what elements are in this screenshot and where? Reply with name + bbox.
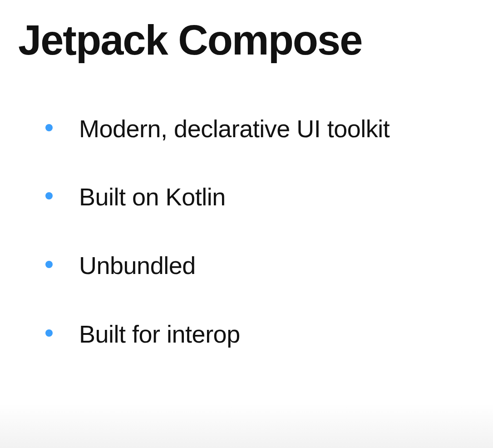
bullet-text: Built on Kotlin (79, 180, 226, 214)
bullet-icon (45, 124, 53, 131)
list-item: Built on Kotlin (45, 180, 475, 214)
bullet-text: Modern, declarative UI toolkit (79, 112, 389, 145)
bullet-text: Built for interop (79, 318, 240, 351)
bullet-icon (45, 329, 53, 337)
bullet-icon (45, 192, 53, 199)
bullet-list: Modern, declarative UI toolkit Built on … (18, 112, 475, 351)
bullet-text: Unbundled (79, 249, 196, 282)
list-item: Unbundled (45, 249, 475, 282)
bullet-icon (45, 261, 53, 268)
list-item: Modern, declarative UI toolkit (45, 112, 475, 145)
slide-title: Jetpack Compose (18, 18, 475, 62)
list-item: Built for interop (45, 318, 475, 351)
